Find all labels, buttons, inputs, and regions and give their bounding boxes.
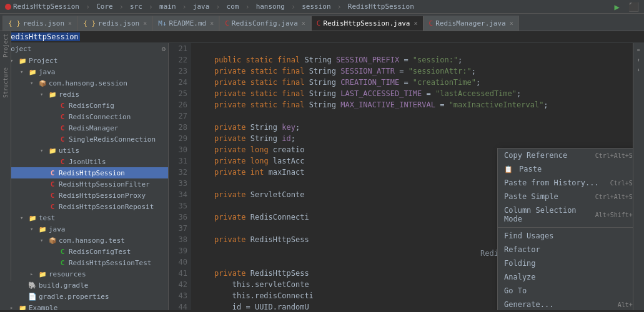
right-panel: ≡ ⬆ ⬇ [633,43,644,310]
sidebar-item-singleredisconnection[interactable]: C SingleRedisConnection [0,134,168,145]
sidebar-item-label: com.hansong.session [49,79,127,87]
ctx-paste-simple[interactable]: Paste Simple Ctrl+Alt+Shift+V [498,190,633,203]
folder-icon: 📁 [47,146,57,155]
ctx-paste[interactable]: 📋 Paste Ctrl+V [498,162,633,176]
tab-close[interactable]: × [143,20,147,27]
breadcrumb-com: com [224,2,242,11]
ctx-refactor[interactable]: Refactor ▶ [498,243,633,256]
tab-redishttpsession[interactable]: C RedisHttpSession.java × [311,16,424,31]
ctx-paste-history[interactable]: Paste from History... Ctrl+Shift+V [498,176,633,190]
ctx-column-select[interactable]: Column Selection Mode Alt+Shift+Insert [498,203,633,226]
app-icon [5,4,11,10]
folder-icon: 📁 [27,213,37,222]
sidebar-item-java2[interactable]: ▾ 📁 java [0,223,168,235]
tab-close[interactable]: × [510,20,513,27]
tab-label: RedisManager.java [435,19,506,27]
tab-label: redis.json [23,19,64,27]
sidebar-item-project[interactable]: ▾ 📁 Project [0,55,168,66]
tab-close[interactable]: × [414,20,418,27]
breadcrumb-src: src [127,2,145,11]
ctx-item-label: Go To [504,286,527,295]
code-line [196,110,633,122]
sidebar-item-jsonutils[interactable]: C JsonUtils [0,156,168,167]
sidebar-icon-settings[interactable]: ⚙ [161,45,166,53]
ctx-item-label: Analyze [504,273,536,281]
selected-filename: RedisHttpSession [5,32,80,41]
sidebar-item-resources[interactable]: ▸ 📁 resources [0,268,168,280]
tab-close[interactable]: × [302,20,305,27]
project-tab[interactable]: Project [2,34,9,57]
sidebar-item-redis[interactable]: ▾ 📁 redis [0,89,168,100]
right-btn-1[interactable]: ≡ [635,46,643,54]
file-breadcrumb: RedisHttpSession [0,31,644,43]
package-icon: 📦 [37,79,47,87]
package-icon: 📦 [47,236,57,245]
sidebar-item-test[interactable]: ▾ 📁 test [0,212,168,223]
ctx-folding[interactable]: Folding ▶ [498,256,633,270]
tab-label: redis.json [98,19,139,27]
folder-icon: 📁 [17,56,27,65]
sidebar: Project ⚙ ▾ 📁 Project ▾ 📁 java ▾ 📦 com.h… [0,43,169,310]
sidebar-item-label: Example [29,304,57,311]
ctx-item-label: Refactor [504,245,540,254]
sidebar-item-label: resources [49,270,86,278]
ctx-item-label: Paste Simple [504,192,558,201]
right-btn-2[interactable]: ⬆ [635,56,643,64]
sidebar-item-redishttpsessionproxy[interactable]: C RedisHttpSessionProxy [0,190,168,201]
ctx-item-label: Paste from History... [504,178,599,187]
tab-icon: { } [83,19,96,27]
toolbar-debug[interactable]: ⬛ [626,2,642,12]
ctx-item-label: Copy Reference [504,151,567,160]
sidebar-item-com-hansong[interactable]: ▾ 📦 com.hansong.session [0,77,168,89]
class-icon: C [47,202,57,211]
class-icon: C [47,168,57,177]
sidebar-item-example[interactable]: ▸ 📁 Example [0,302,168,310]
sidebar-item-gradle-props[interactable]: 📄 gradle.properties [0,291,168,302]
sidebar-item-label: redis [59,90,79,99]
tab-redis-json-1[interactable]: { } redis.json × [2,16,77,31]
ctx-goto[interactable]: Go To ▶ [498,284,633,298]
sidebar-item-redishttpsessionrepository[interactable]: C RedisHttpSessionReposit [0,201,168,212]
breadcrumb-core: Core [94,2,116,11]
sidebar-item-redishttpsessiontest[interactable]: C RedisHttpSessionTest [0,257,168,268]
breadcrumb-session: session [299,2,333,11]
sidebar-item-label: RedisHttpSessionProxy [59,192,146,200]
ctx-copy-reference[interactable]: Copy Reference Ctrl+Alt+Shift+C [498,149,633,162]
ctx-item-label: Column Selection Mode [504,206,595,223]
sidebar-item-label: RedisManager [69,124,118,132]
class-icon: C [57,247,67,256]
tab-readme[interactable]: M↓ README.md × [152,16,219,31]
right-btn-3[interactable]: ⬇ [635,66,643,74]
structure-tab[interactable]: Structure [2,67,9,98]
tab-redisconfig[interactable]: C RedisConfig.java × [219,16,311,31]
sidebar-item-redishttpsession[interactable]: C RedisHttpSession [0,167,168,178]
tab-close[interactable]: × [68,20,72,27]
sidebar-item-label: RedisConfigTest [69,248,131,256]
tab-close[interactable]: × [210,20,214,27]
ctx-generate[interactable]: Generate... Alt+Insert [498,298,633,310]
sidebar-item-redisconnection[interactable]: C RedisConnection [0,111,168,122]
code-line: private String key; [196,122,633,133]
ctx-find-usages[interactable]: Find Usages Alt+F7 [498,229,633,243]
sidebar-item-utils[interactable]: ▾ 📁 utils [0,145,168,156]
tab-icon: C [429,19,433,27]
ctx-item-label: Paste [519,165,542,173]
sidebar-item-redismanager[interactable]: C RedisManager [0,122,168,134]
project-name: RedisHttpSession [13,2,79,11]
tab-redismanager[interactable]: C RedisManager.java × [424,16,519,31]
folder-icon: 📁 [17,303,27,310]
left-icon-bar: Project Structure [0,31,11,281]
ctx-shortcut: Ctrl+Alt+Shift+C [595,152,633,159]
tab-redis-json-2[interactable]: { } redis.json × [77,16,152,31]
sidebar-item-com-hansong-test[interactable]: ▾ 📦 com.hansong.test [0,235,168,246]
sidebar-item-java[interactable]: ▾ 📁 java [0,66,168,77]
sidebar-item-redishttpsessionfilter[interactable]: C RedisHttpSessionFilter [0,178,168,190]
toolbar-run[interactable]: ▶ [612,2,622,12]
class-icon: C [47,191,57,200]
sidebar-item-redisconfig[interactable]: C RedisConfig [0,100,168,111]
sidebar-item-redisconfigtest[interactable]: C RedisConfigTest [0,246,168,257]
sidebar-item-label: build.gradle [39,281,88,290]
ctx-analyze[interactable]: Analyze ▶ [498,270,633,284]
sidebar-item-label: SingleRedisConnection [69,135,156,144]
sidebar-item-build-gradle[interactable]: 🐘 build.gradle [0,280,168,291]
